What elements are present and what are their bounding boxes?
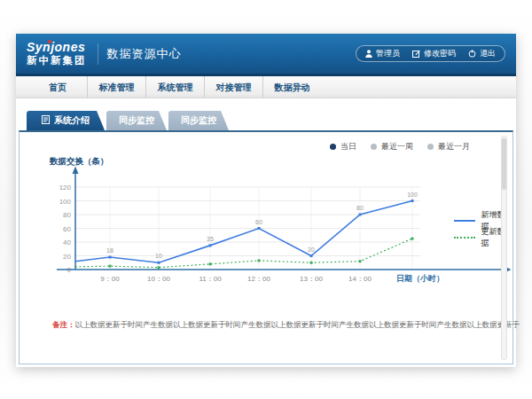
svg-text:12：00: 12：00	[247, 275, 270, 283]
svg-text:11：00: 11：00	[199, 275, 222, 283]
nav-item-home[interactable]: 首页	[28, 76, 87, 98]
admin-user-button[interactable]: 管理员	[365, 48, 400, 59]
svg-text:100: 100	[407, 192, 418, 198]
brand-logo: Synjones 新中新集团	[27, 41, 98, 66]
radio-today-label: 当日	[340, 141, 356, 153]
change-password-label: 修改密码	[424, 48, 456, 59]
svg-text:100: 100	[59, 198, 72, 206]
svg-text:20: 20	[63, 253, 71, 261]
svg-text:14：00: 14：00	[348, 275, 372, 283]
footer-note-prefix: 备注：	[52, 320, 75, 329]
footer-note: 备注：以上数据更新于时间产生数据以上数据更新于时间产生数据以上数据更新于时间产生…	[52, 320, 520, 331]
legend-line-solid-icon	[454, 220, 475, 222]
logout-label: 退出	[480, 48, 496, 59]
power-icon	[468, 50, 476, 58]
svg-text:80: 80	[63, 211, 71, 219]
scrollbar-thumb[interactable]	[502, 138, 506, 190]
svg-text:40: 40	[63, 239, 71, 246]
svg-text:60: 60	[63, 225, 71, 233]
svg-text:13：00: 13：00	[300, 275, 323, 283]
time-range-filter: 当日 最近一周 最近一月	[330, 141, 470, 153]
document-icon	[42, 115, 50, 126]
footer-note-text: 以上数据更新于时间产生数据以上数据更新于时间产生数据以上数据更新于时间产生数据以…	[75, 320, 520, 329]
radio-last-month-label: 最近一月	[438, 141, 470, 153]
nav-item-interface-mgmt[interactable]: 对接管理	[204, 76, 262, 98]
radio-last-week-dot-icon	[371, 144, 377, 150]
svg-text:9：00: 9：00	[100, 275, 120, 283]
radio-last-week-label: 最近一周	[381, 141, 413, 153]
svg-text:18: 18	[106, 247, 113, 254]
radio-today-dot-icon	[330, 144, 336, 150]
svg-text:35: 35	[207, 236, 214, 242]
legend-line-dotted-icon	[454, 237, 475, 239]
legend-update-data-label: 更新数据	[481, 226, 512, 249]
svg-text:20: 20	[308, 246, 315, 253]
line-chart: 0204060801001209：0010：0011：0012：0013：001…	[35, 164, 513, 288]
tab-sync-monitor-1[interactable]: 同步监控	[106, 111, 167, 130]
svg-text:10：00: 10：00	[147, 275, 170, 283]
radio-today[interactable]: 当日	[330, 141, 356, 153]
logout-button[interactable]: 退出	[468, 48, 496, 59]
nav-item-data-change[interactable]: 数据异动	[262, 76, 321, 98]
svg-text:60: 60	[255, 219, 262, 225]
tab-sync-monitor-1-label: 同步监控	[119, 114, 154, 127]
svg-text:120: 120	[59, 184, 72, 192]
radio-last-month-dot-icon	[427, 144, 434, 150]
radio-last-week[interactable]: 最近一周	[371, 141, 413, 153]
tab-bar: 系统介绍 同步监控 同步监控	[27, 111, 229, 130]
user-icon	[365, 50, 372, 58]
tab-system-intro-label: 系统介绍	[54, 114, 90, 127]
tab-sync-monitor-2-label: 同步监控	[181, 114, 216, 127]
change-password-button[interactable]: 修改密码	[412, 48, 456, 59]
tab-system-intro[interactable]: 系统介绍	[27, 111, 105, 130]
svg-text:10: 10	[155, 253, 162, 259]
title-divider	[98, 43, 98, 65]
brand-logo-subtext: 新中新集团	[27, 56, 87, 66]
app-header: Synjones 新中新集团 数据资源中心 管理员 修改密码	[16, 34, 516, 76]
user-menu: 管理员 修改密码 退出	[356, 45, 505, 62]
tab-sync-monitor-2[interactable]: 同步监控	[168, 111, 229, 130]
nav-item-system-mgmt[interactable]: 系统管理	[145, 76, 204, 98]
svg-text:80: 80	[356, 205, 364, 211]
app-window: Synjones 新中新集团 数据资源中心 管理员 修改密码	[16, 34, 516, 367]
brand-logo-text: Synjones	[27, 41, 87, 53]
radio-last-month[interactable]: 最近一月	[427, 141, 470, 153]
nav-item-standard-mgmt[interactable]: 标准管理	[87, 76, 145, 98]
app-title: 数据资源中心	[107, 46, 182, 62]
svg-text:日期（小时）: 日期（小时）	[396, 274, 444, 283]
admin-user-label: 管理员	[376, 48, 400, 59]
content-panel: 当日 最近一周 最近一月 数据交换（条） 0204060801001209：00…	[19, 130, 513, 364]
edit-icon	[412, 50, 420, 58]
main-nav: 首页 标准管理 系统管理 对接管理 数据异动	[16, 76, 516, 98]
vertical-scrollbar[interactable]	[501, 136, 507, 360]
